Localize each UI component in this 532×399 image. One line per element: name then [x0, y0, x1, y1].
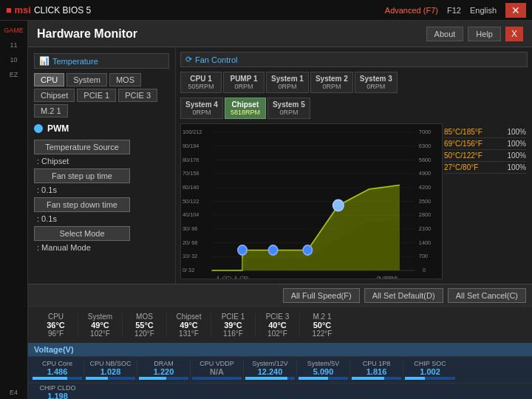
all-set-default-button[interactable]: All Set Default(D) — [364, 288, 443, 303]
select-mode-button[interactable]: Select Mode — [34, 226, 130, 241]
help-button[interactable]: Help — [468, 27, 501, 41]
svg-text:7000: 7000 — [419, 129, 431, 135]
svg-point-36 — [268, 245, 277, 255]
chart-temp-area: 100/212 90/194 80/176 70/158 60/140 50/1… — [180, 123, 528, 279]
threshold-pct-3: 100% — [507, 151, 526, 160]
threshold-temp-1: 85°C/185°F — [444, 128, 482, 136]
main-content: Hardware Monitor About Help X 📊 Temperat… — [28, 21, 532, 399]
f12-nav[interactable]: F12 — [447, 6, 461, 15]
sidebar-item-e4[interactable]: E4 — [0, 386, 27, 399]
temp-tab-chipset[interactable]: Chipset — [34, 89, 75, 102]
threshold-temp-2: 69°C/156°F — [444, 140, 482, 148]
sensor-m21: M.2 1 50°C 122°F — [300, 313, 344, 338]
fan-step-up-button[interactable]: Fan step up time — [34, 168, 130, 183]
language-nav[interactable]: English — [470, 6, 497, 15]
svg-point-35 — [238, 245, 247, 255]
threshold-pct-2: 100% — [507, 140, 526, 148]
svg-text:1400: 1400 — [419, 239, 431, 246]
select-mode-value: : Manual Mode — [34, 243, 169, 252]
hw-close-button[interactable]: X — [505, 27, 523, 41]
sensor-pcie3: PCIE 3 40°C 102°F — [256, 313, 300, 338]
svg-text:50/122: 50/122 — [183, 198, 199, 205]
temp-tab-pcie1[interactable]: PCIE 1 — [77, 89, 116, 102]
hw-monitor-title: Hardware Monitor — [37, 27, 422, 41]
fan-tab-system3[interactable]: System 3 0RPM — [355, 72, 398, 93]
svg-text:2800: 2800 — [419, 211, 431, 218]
temp-tab-mos[interactable]: MOS — [109, 73, 141, 86]
svg-text:70/158: 70/158 — [183, 170, 199, 177]
fan-tab-chipset[interactable]: Chipset 5818RPM — [225, 98, 266, 119]
main-close-btn[interactable]: ✕ — [505, 3, 526, 18]
svg-text:10/ 32: 10/ 32 — [183, 253, 197, 259]
voltage-system5v: System/5V 5.090 — [297, 360, 350, 381]
sidebar-item-game[interactable]: GAME — [0, 24, 27, 37]
fan-tab-system2[interactable]: System 2 0RPM — [310, 72, 353, 93]
temp-tab-cpu[interactable]: CPU — [34, 73, 64, 86]
svg-text:700: 700 — [419, 253, 428, 259]
fan-control-header: ⟳ Fan Control — [180, 52, 528, 67]
fan-tab-system5[interactable]: System 5 0RPM — [267, 98, 310, 119]
svg-text:4900: 4900 — [419, 170, 431, 177]
sidebar-item-ez[interactable]: EZ — [0, 68, 27, 81]
svg-point-37 — [303, 245, 312, 255]
chart-svg: 100/212 90/194 80/176 70/158 60/140 50/1… — [181, 124, 442, 279]
pwm-radio[interactable] — [34, 124, 43, 133]
temperature-header: 📊 Temperature — [34, 53, 169, 69]
voltage-cpu-1p8: CPU 1P8 1.816 — [350, 360, 403, 381]
left-panel: 📊 Temperature CPU System MOS Chipset PCI… — [28, 47, 176, 284]
top-right-controls: Advanced (F7) F12 English ✕ — [385, 0, 526, 20]
temp-tab-pcie3[interactable]: PCIE 3 — [118, 89, 157, 102]
voltage-chip-soc: CHIP SOC 1.002 — [403, 360, 457, 381]
threshold-temp-3: 50°C/122°F — [444, 151, 482, 160]
sidebar-item-10[interactable]: 10 — [0, 53, 27, 66]
voltage-label: Voltage(V) — [34, 345, 74, 354]
fan-step-up-value: : 0.1s — [34, 185, 169, 194]
fan-tab-system4[interactable]: System 4 0RPM — [180, 98, 223, 119]
svg-text:40/104: 40/104 — [183, 211, 199, 218]
voltage-cpu-vddp: CPU VDDP N/A — [191, 360, 244, 381]
voltage-system12v: System/12V 12.240 — [244, 360, 297, 381]
all-set-cancel-button[interactable]: All Set Cancel(C) — [448, 288, 526, 303]
fan-tabs-row2: System 4 0RPM Chipset 5818RPM System 5 0… — [180, 98, 528, 119]
sensor-pcie1: PCIE 1 39°C 116°F — [211, 313, 256, 338]
sensor-cpu: CPU 36°C 96°F — [34, 313, 78, 338]
top-bar: ■ msi CLICK BIOS 5 Advanced (F7) F12 Eng… — [0, 0, 532, 21]
fan-tab-cpu1[interactable]: CPU 1 505RPM — [180, 72, 222, 93]
about-button[interactable]: About — [426, 27, 464, 41]
fan-tab-pump1[interactable]: PUMP 1 0RPM — [223, 72, 265, 93]
voltage-header: Voltage(V) — [28, 343, 532, 356]
svg-text:60/140: 60/140 — [183, 184, 199, 191]
temp-source-button[interactable]: Temperature Source — [34, 140, 130, 154]
msi-logo: ■ msi — [6, 4, 31, 16]
threshold-row-1: 85°C/185°F 100% — [444, 126, 526, 138]
sidebar-item-11[interactable]: 11 — [0, 38, 27, 52]
threshold-temp-4: 27°C/80°F — [444, 163, 478, 171]
fan-step-down-button[interactable]: Fan step down time — [34, 197, 130, 212]
temp-tab-m21[interactable]: M.2 1 — [34, 104, 68, 117]
threshold-row-2: 69°C/156°F 100% — [444, 138, 526, 150]
fan-control-label: Fan Control — [195, 55, 237, 64]
sensor-readings: CPU 36°C 96°F System 49°C 102°F MOS 55°C… — [28, 306, 532, 343]
all-full-speed-button[interactable]: All Full Speed(F) — [283, 288, 360, 303]
threshold-pct-4: 100% — [507, 163, 526, 171]
svg-text:3500: 3500 — [419, 198, 431, 205]
voltage-chip-cldo: CHIP CLDO 1.198 — [31, 384, 84, 400]
svg-text:5600: 5600 — [419, 156, 431, 163]
footer-buttons: All Full Speed(F) All Set Default(D) All… — [28, 284, 532, 306]
svg-text:🌡 (°C)  🌡 (°F): 🌡 (°C) 🌡 (°F) — [216, 275, 249, 279]
threshold-row-4: 27°C/80°F 100% — [444, 162, 526, 174]
temp-tab-system[interactable]: System — [66, 73, 107, 86]
svg-text:4200: 4200 — [419, 184, 431, 191]
voltage-row: CPU Core 1.486 CPU NB/SOC 1.028 DRAM 1.2… — [28, 356, 532, 383]
svg-point-38 — [333, 200, 344, 211]
advanced-nav[interactable]: Advanced (F7) — [385, 6, 438, 15]
svg-text:80/176: 80/176 — [183, 156, 199, 163]
sensor-mos: MOS 55°C 120°F — [123, 313, 167, 338]
fan-tab-system1[interactable]: System 1 0RPM — [266, 72, 309, 93]
svg-text:100/212: 100/212 — [183, 129, 202, 135]
hw-monitor-header: Hardware Monitor About Help X — [28, 21, 532, 47]
svg-text:20/ 68: 20/ 68 — [183, 239, 197, 246]
svg-text:2100: 2100 — [419, 225, 431, 232]
voltage-dram: DRAM 1.220 — [137, 360, 191, 381]
voltage-row2: CHIP CLDO 1.198 — [28, 383, 532, 399]
